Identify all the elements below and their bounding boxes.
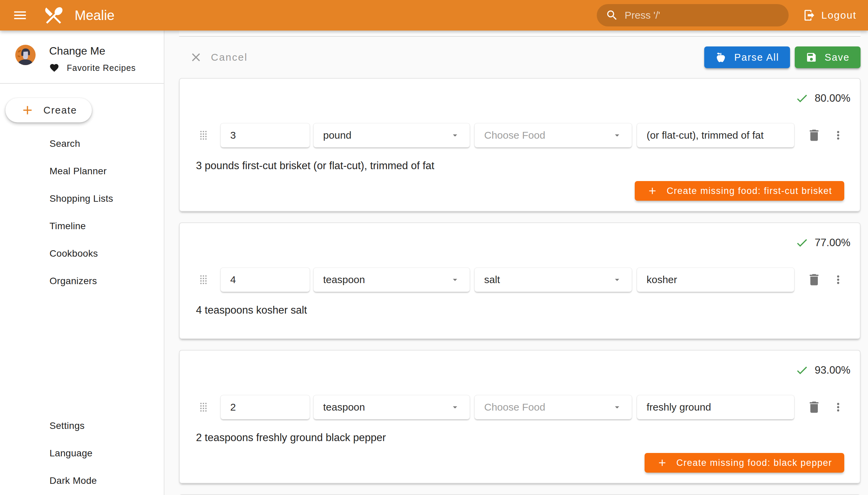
sidebar-item-search[interactable]: Search — [0, 130, 164, 157]
quantity-input[interactable] — [220, 268, 310, 292]
unit-select[interactable]: pound — [313, 123, 470, 148]
plus-icon — [657, 457, 668, 468]
quantity-input[interactable] — [220, 395, 310, 420]
global-search[interactable] — [597, 4, 789, 27]
menu-down-icon — [450, 130, 460, 140]
main-content: Cancel Parse All Save 80.00% pound Choos… — [165, 31, 868, 495]
confidence-row: 80.00% — [180, 91, 860, 106]
dots-vertical-icon — [832, 273, 845, 286]
note-input[interactable] — [637, 123, 795, 148]
sidebar-item-settings[interactable]: Settings — [0, 412, 164, 439]
check-icon — [795, 363, 809, 377]
menu-button[interactable] — [8, 3, 32, 27]
original-ingredient-text: 3 pounds first-cut brisket (or flat-cut)… — [196, 159, 860, 172]
drag-handle-icon[interactable] — [196, 400, 211, 415]
chevron-down-icon — [138, 275, 150, 287]
moon-icon — [15, 474, 29, 488]
sidebar: Change Me Favorite Recipes Create Search… — [0, 31, 165, 495]
menu-down-icon — [612, 130, 622, 140]
more-menu-button[interactable] — [832, 129, 845, 142]
quantity-input[interactable] — [220, 123, 310, 148]
food-select[interactable]: Choose Food — [474, 395, 632, 420]
sidebar-nav: SearchMeal PlannerShopping ListsTimeline… — [0, 130, 164, 295]
unit-select[interactable]: teaspoon — [313, 395, 470, 420]
ingredient-card: 77.00% teaspoon salt 4 teaspoons kosher … — [179, 222, 861, 339]
user-block[interactable]: Change Me Favorite Recipes — [0, 31, 164, 83]
create-button[interactable]: Create — [5, 98, 92, 122]
sidebar-divider — [0, 83, 164, 84]
note-input[interactable] — [637, 395, 795, 420]
cabinet-icon — [15, 274, 29, 288]
sidebar-item-meal-planner[interactable]: Meal Planner — [0, 157, 164, 185]
close-icon — [189, 51, 203, 64]
trash-icon — [806, 400, 821, 415]
sidebar-item-timeline[interactable]: Timeline — [0, 212, 164, 240]
calendar-icon — [15, 165, 29, 178]
favorite-recipes-link[interactable]: Favorite Recipes — [49, 63, 136, 73]
confidence-row: 77.00% — [180, 235, 860, 250]
logout-button[interactable]: Logout — [800, 3, 860, 27]
original-ingredient-text: 4 teaspoons kosher salt — [196, 304, 860, 317]
drag-handle-icon[interactable] — [196, 272, 211, 287]
editor-toolbar: Cancel Parse All Save — [179, 37, 861, 78]
create-missing-food-button[interactable]: Create missing food: first-cut brisket — [635, 181, 844, 201]
delete-button[interactable] — [806, 272, 821, 287]
parse-all-button[interactable]: Parse All — [704, 47, 790, 68]
save-button[interactable]: Save — [795, 47, 861, 68]
dots-vertical-icon — [832, 129, 845, 142]
drag-handle-icon[interactable] — [196, 128, 211, 143]
ingredient-card: 80.00% pound Choose Food 3 pounds first-… — [179, 78, 861, 211]
ingredient-card: 93.00% teaspoon Choose Food 2 teaspoons … — [179, 350, 861, 483]
timeline-icon — [15, 219, 29, 233]
book-open-icon — [15, 247, 29, 260]
sidebar-bottom-nav: SettingsLanguageDark Mode — [0, 412, 164, 494]
sidebar-item-organizers[interactable]: Organizers — [0, 267, 164, 295]
menu-down-icon — [612, 402, 622, 412]
app-bar: Mealie Logout — [0, 0, 868, 31]
gear-icon — [15, 419, 29, 433]
unit-select[interactable]: teaspoon — [313, 268, 470, 292]
missing-food-row: Create missing food: first-cut brisket — [180, 172, 860, 211]
save-icon — [806, 52, 817, 63]
more-menu-button[interactable] — [832, 401, 845, 414]
user-name: Change Me — [49, 45, 136, 57]
confidence-row: 93.00% — [180, 363, 860, 378]
plus-icon — [647, 186, 658, 196]
more-menu-button[interactable] — [832, 273, 845, 286]
app-title: Mealie — [74, 8, 115, 23]
confidence-value: 77.00% — [815, 237, 850, 249]
trash-icon — [806, 272, 821, 287]
ingredient-fields-row: pound Choose Food — [180, 123, 860, 148]
check-icon — [795, 236, 809, 250]
plus-icon — [20, 103, 35, 117]
sidebar-item-cookbooks[interactable]: Cookbooks — [0, 240, 164, 267]
sidebar-item-dark-mode[interactable]: Dark Mode — [0, 467, 164, 494]
magnify-icon — [15, 137, 29, 151]
confidence-value: 93.00% — [815, 364, 850, 376]
delete-button[interactable] — [806, 128, 821, 143]
check-icon — [795, 91, 809, 105]
note-input[interactable] — [637, 268, 795, 292]
cancel-button[interactable]: Cancel — [189, 51, 248, 64]
menu-down-icon — [450, 275, 460, 285]
dots-vertical-icon — [832, 401, 845, 414]
search-icon — [606, 9, 618, 22]
menu-down-icon — [612, 275, 622, 285]
food-select[interactable]: salt — [474, 268, 632, 292]
mealie-logo-icon — [43, 4, 64, 26]
scrolled-sheet-edge — [179, 31, 861, 37]
food-select[interactable]: Choose Food — [474, 123, 632, 148]
apple-icon — [715, 52, 727, 63]
search-input[interactable] — [625, 10, 780, 21]
missing-food-row: Create missing food: black pepper — [180, 444, 860, 483]
logout-icon — [803, 9, 816, 22]
delete-button[interactable] — [806, 400, 821, 415]
create-missing-food-button[interactable]: Create missing food: black pepper — [645, 453, 844, 473]
ingredient-fields-row: teaspoon Choose Food — [180, 395, 860, 420]
trash-icon — [806, 128, 821, 143]
sidebar-item-shopping-lists[interactable]: Shopping Lists — [0, 185, 164, 212]
ingredient-fields-row: teaspoon salt — [180, 267, 860, 292]
translate-icon — [15, 446, 29, 460]
sidebar-item-language[interactable]: Language — [0, 439, 164, 467]
checklist-icon — [15, 192, 29, 205]
